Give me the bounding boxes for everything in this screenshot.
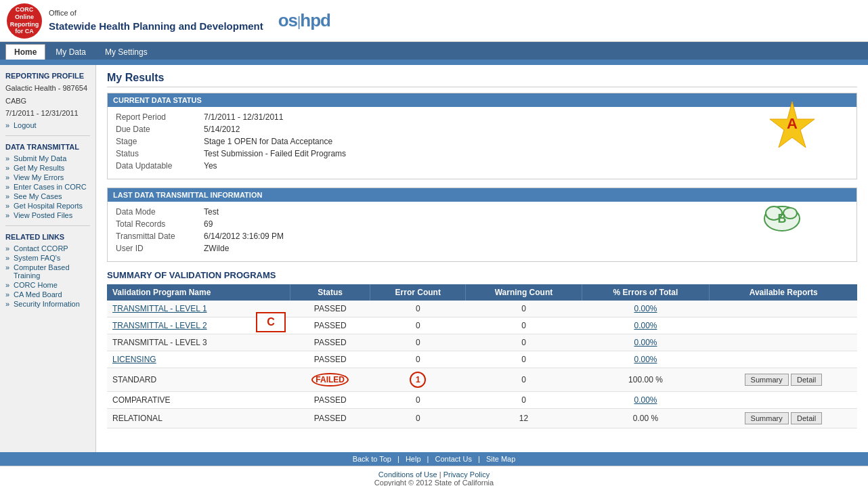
blue-bar <box>0 60 868 65</box>
table-row: TRANSMITTAL - LEVEL 2 C PASSED 0 0 0.00% <box>107 317 857 334</box>
row-name: COMPARATIVE <box>107 392 290 409</box>
data-transmittal-title: DATA TRANSMITTAL <box>5 143 90 151</box>
total-records-label: Total Records <box>116 219 204 229</box>
transmittal-date-row: Transmittal Date 6/14/2012 3:16:09 PM <box>116 231 848 241</box>
sidebar-see-cases[interactable]: See My Cases <box>5 192 90 201</box>
col-error-count: Error Count <box>370 284 466 301</box>
row-error-count: 0 <box>370 409 466 428</box>
row-reports <box>710 351 857 368</box>
sidebar-security-info[interactable]: Security Information <box>5 299 90 309</box>
total-records-value: 69 <box>204 219 213 229</box>
table-row: LICENSING PASSED 0 0 0.00% <box>107 351 857 368</box>
annotation-b: B <box>762 198 802 234</box>
row-status: PASSED <box>290 351 370 368</box>
data-mode-row: Data Mode Test <box>116 207 848 217</box>
sidebar-hospital-reports[interactable]: Get Hospital Reports <box>5 201 90 211</box>
nav-tab-home[interactable]: Home <box>5 44 45 60</box>
row-status: PASSED <box>290 334 370 351</box>
sidebar-view-errors[interactable]: View My Errors <box>5 173 90 182</box>
profile-dates: 7/1/2011 - 12/31/2011 <box>5 108 90 119</box>
program-link[interactable]: TRANSMITTAL - LEVEL 2 <box>112 321 207 330</box>
row-name: LICENSING <box>107 351 290 368</box>
status-label: Status <box>116 149 204 158</box>
sidebar-get-results[interactable]: Get My Results <box>5 163 90 173</box>
footer-back-to-top[interactable]: Back to Top <box>353 455 391 463</box>
last-transmittal-panel: LAST DATA TRANSMITTAL INFORMATION Data M… <box>107 187 857 262</box>
status-row: Status Test Submission - Failed Edit Pro… <box>116 149 848 158</box>
nav-tab-mydata[interactable]: My Data <box>47 44 95 60</box>
table-row: COMPARATIVE PASSED 0 0 0.00% <box>107 392 857 409</box>
privacy-link[interactable]: Privacy Policy <box>443 470 490 479</box>
summary-button[interactable]: Summary <box>745 374 789 386</box>
row-error-count: 0 <box>370 317 466 334</box>
page-header: CORCOnlineReportingfor CA Office of Stat… <box>0 0 868 42</box>
sidebar-system-faqs[interactable]: System FAQ's <box>5 253 90 263</box>
row-pct-errors: 0.00% <box>582 351 710 368</box>
row-error-count: 0 <box>370 351 466 368</box>
col-available-reports: Available Reports <box>710 284 857 301</box>
row-pct-errors: 0.00% <box>582 392 710 409</box>
status-value: Test Submission - Failed Edit Programs <box>204 149 346 158</box>
col-name: Validation Program Name <box>107 284 290 301</box>
program-link[interactable]: TRANSMITTAL - LEVEL 1 <box>112 304 207 313</box>
stage-label: Stage <box>116 137 204 146</box>
row-reports <box>710 301 857 317</box>
transmittal-date-label: Transmittal Date <box>116 231 204 241</box>
data-updatable-label: Data Updatable <box>116 161 204 171</box>
org-text: Office of Statewide Health Planning and … <box>49 7 263 34</box>
svg-text:B: B <box>778 212 787 225</box>
row-reports <box>710 317 857 334</box>
report-period-row: Report Period 7/1/2011 - 12/31/2011 <box>116 112 848 122</box>
sidebar: REPORTING PROFILE Galactic Health - 9876… <box>0 65 96 452</box>
sidebar-enter-cases[interactable]: Enter Cases in CORC <box>5 182 90 192</box>
detail-button[interactable]: Detail <box>791 412 822 424</box>
table-row: RELATIONAL PASSED 0 12 0.00 % Summary De… <box>107 409 857 428</box>
sidebar-posted-files[interactable]: View Posted Files <box>5 211 90 220</box>
row-error-count: 0 <box>370 392 466 409</box>
row-status: FAILED <box>290 368 370 392</box>
nav-tab-mysettings[interactable]: My Settings <box>96 44 156 60</box>
row-pct-errors: 0.00 % <box>582 409 710 428</box>
sidebar-contact-ccorp[interactable]: Contact CCORP <box>5 244 90 253</box>
related-links-title: RELATED LINKS <box>5 233 90 241</box>
corc-logo: CORCOnlineReportingfor CA <box>7 3 42 39</box>
sidebar-submit-data[interactable]: Submit My Data <box>5 154 90 163</box>
stage-value: Stage 1 OPEN for Data Acceptance <box>204 137 332 146</box>
logout-link[interactable]: Logout <box>5 120 90 130</box>
program-link[interactable]: LICENSING <box>112 355 156 364</box>
copyright: Copyright © 2012 State of California <box>374 479 494 486</box>
office-line2: Statewide Health Planning and Developmen… <box>49 19 263 35</box>
summary-title: SUMMARY OF VALIDATION PROGRAMS <box>107 270 857 280</box>
summary-button[interactable]: Summary <box>745 412 789 424</box>
logo-area: CORCOnlineReportingfor CA Office of Stat… <box>7 3 330 39</box>
data-updatable-value: Yes <box>204 161 217 171</box>
due-date-value: 5/14/2012 <box>204 125 240 134</box>
row-status: PASSED <box>290 317 370 334</box>
stage-row: Stage Stage 1 OPEN for Data Acceptance <box>116 137 848 146</box>
row-name: RELATIONAL <box>107 409 290 428</box>
total-records-row: Total Records 69 <box>116 219 848 229</box>
profile-name: Galactic Health - 987654 <box>5 83 90 94</box>
table-row: STANDARD FAILED 1 0 100.00 % Summary Det… <box>107 368 857 392</box>
detail-button[interactable]: Detail <box>791 374 822 386</box>
summary-table-container: Validation Program Name Status Error Cou… <box>107 284 857 428</box>
last-transmittal-body: Data Mode Test Total Records 69 Transmit… <box>108 202 856 261</box>
sidebar-computer-training[interactable]: Computer Based Training <box>5 263 90 280</box>
validation-table: Validation Program Name Status Error Cou… <box>107 284 857 428</box>
col-warning-count: Warning Count <box>466 284 582 301</box>
data-updatable-row: Data Updatable Yes <box>116 161 848 171</box>
footer-contact-us[interactable]: Contact Us <box>435 455 472 463</box>
footer-help[interactable]: Help <box>406 455 421 463</box>
footer-site-map[interactable]: Site Map <box>486 455 515 463</box>
conditions-link[interactable]: Conditions of Use <box>378 470 437 479</box>
nav-bar: Home My Data My Settings <box>0 42 868 60</box>
last-transmittal-header: LAST DATA TRANSMITTAL INFORMATION <box>108 188 856 202</box>
current-status-header: CURRENT DATA STATUS <box>108 93 856 107</box>
user-id-value: ZWilde <box>204 244 229 253</box>
sidebar-ca-med-board[interactable]: CA Med Board <box>5 290 90 299</box>
transmittal-date-value: 6/14/2012 3:16:09 PM <box>204 231 284 241</box>
row-pct-errors: 0.00% <box>582 317 710 334</box>
row-warning-count: 12 <box>466 409 582 428</box>
sidebar-corc-home[interactable]: CORC Home <box>5 280 90 290</box>
due-date-row: Due Date 5/14/2012 <box>116 125 848 134</box>
